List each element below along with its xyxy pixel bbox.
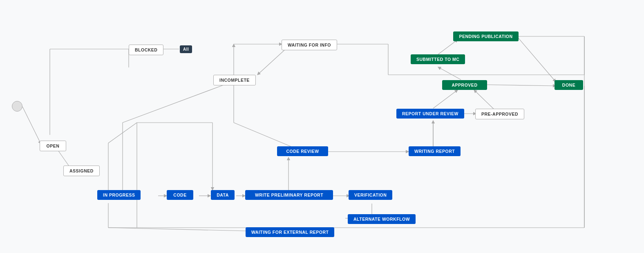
svg-line-27 <box>517 36 556 82</box>
node-in-progress[interactable]: IN PROGRESS <box>97 190 141 200</box>
node-writing-report[interactable]: WRITING REPORT <box>409 146 461 156</box>
node-data[interactable]: DATA <box>211 190 235 200</box>
node-code-review[interactable]: CODE REVIEW <box>277 146 328 156</box>
svg-line-26 <box>438 40 458 54</box>
node-verification[interactable]: VERIFICATION <box>349 190 392 200</box>
node-code[interactable]: CODE <box>167 190 193 200</box>
node-report-under-review[interactable]: REPORT UNDER REVIEW <box>396 109 464 119</box>
node-alternate-workflow[interactable]: ALTERNATE WORKFLOW <box>348 214 416 224</box>
node-submitted-to-mc[interactable]: SUBMITTED TO MC <box>411 54 465 64</box>
svg-line-35 <box>108 228 246 231</box>
svg-line-25 <box>438 67 461 80</box>
workflow-canvas: OPEN ASSIGNED BLOCKED All WAITING FOR IN… <box>0 0 644 253</box>
node-open[interactable]: OPEN <box>40 141 66 151</box>
svg-line-37 <box>108 123 137 143</box>
node-all-badge[interactable]: All <box>180 45 192 53</box>
node-incomplete[interactable]: INCOMPLETE <box>213 75 256 85</box>
node-write-preliminary-report[interactable]: WRITE PRELIMINARY REPORT <box>245 190 333 200</box>
node-blocked[interactable]: BLOCKED <box>129 45 163 55</box>
svg-line-1 <box>22 107 41 144</box>
node-pre-approved[interactable]: PRE-APPROVED <box>475 109 524 119</box>
node-waiting-for-info[interactable]: WAITING FOR INFO <box>282 40 337 50</box>
svg-line-23 <box>433 90 458 108</box>
start-circle <box>12 101 22 112</box>
svg-line-28 <box>480 85 556 86</box>
node-assigned[interactable]: ASSIGNED <box>63 166 100 176</box>
arrows-svg <box>0 0 644 253</box>
node-done[interactable]: DONE <box>555 80 583 90</box>
svg-line-11 <box>123 84 227 123</box>
svg-line-8 <box>257 49 286 75</box>
node-approved[interactable]: APPROVED <box>442 80 487 90</box>
node-pending-publication[interactable]: PENDING PUBLICATION <box>453 31 519 41</box>
node-waiting-external-report[interactable]: WAITING FOR EXTERNAL REPORT <box>246 227 334 237</box>
